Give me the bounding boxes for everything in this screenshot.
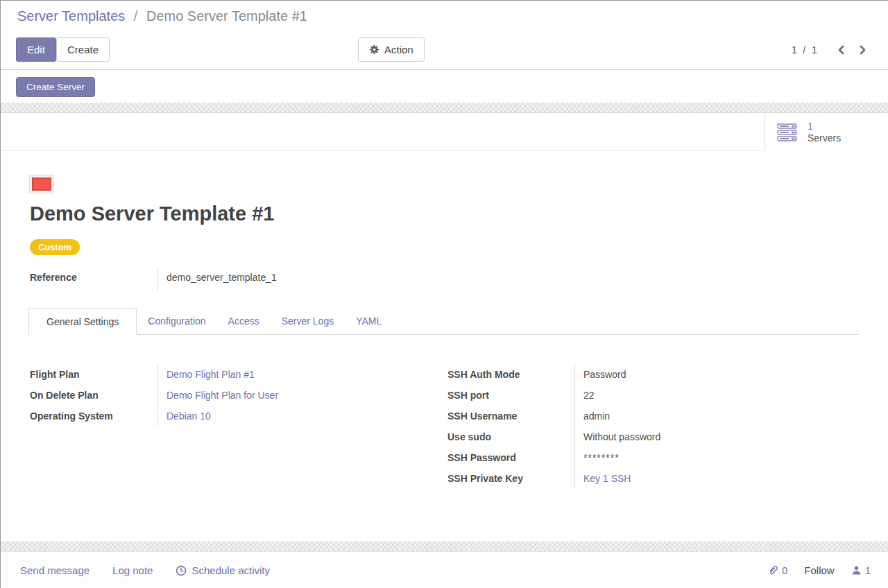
stat-button-bar: 1 Servers [1,114,888,150]
form-sheet: 1 Servers Demo Server Template #1 Custom… [1,114,888,542]
operating-system-link[interactable]: Debian 10 [166,410,211,422]
field-label: SSH Password [447,447,574,468]
chatter-meta: 0 Follow 1 [768,564,871,576]
create-server-button[interactable]: Create Server [16,77,95,97]
followers-button[interactable]: 1 [851,564,871,576]
control-panel: Server Templates / Demo Server Template … [1,1,888,70]
action-button-label: Action [384,44,413,55]
pager-value: 1 / 1 [792,44,819,55]
field-ssh-auth-mode: SSH Auth Mode Password [447,364,861,385]
ssh-password-value: ******** [574,447,861,468]
field-ssh-private-key: SSH Private Key Key 1 SSH [447,468,861,489]
custom-badge: Custom [30,239,80,255]
ssh-private-key-link[interactable]: Key 1 SSH [583,473,631,484]
ssh-username-value: admin [574,406,861,426]
stat-button-text: 1 Servers [808,121,841,144]
tab-yaml[interactable]: YAML [345,308,393,334]
attachments-button[interactable]: 0 [768,564,787,576]
field-ssh-port: SSH port 22 [447,385,861,406]
server-template-form-page: Server Templates / Demo Server Template … [0,0,888,588]
chatter-bar: Send message Log note Schedule activity [1,553,888,588]
field-label: SSH port [447,385,574,406]
field-label: SSH Auth Mode [447,364,574,385]
field-use-sudo: Use sudo Without password [447,426,861,447]
gear-icon [369,44,379,55]
field-group-right: SSH Auth Mode Password SSH port 22 SSH U… [447,364,861,489]
field-ssh-username: SSH Username admin [447,406,861,426]
person-icon [851,565,862,576]
reference-field: Reference demo_server_template_1 [30,268,310,291]
send-message-button[interactable]: Send message [20,564,89,576]
server-stack-icon [777,123,799,141]
field-label: SSH Username [447,406,574,426]
background-band-top [1,103,888,113]
field-label: Use sudo [447,426,574,447]
tab-access[interactable]: Access [217,308,271,334]
template-image-thumbnail[interactable] [30,175,53,193]
clock-icon [176,565,187,576]
schedule-activity-label: Schedule activity [191,564,270,576]
tab-general-settings[interactable]: General Settings [28,308,137,335]
field-label: On Delete Plan [30,385,157,406]
background-band-bottom [1,542,888,552]
servers-stat-button[interactable]: 1 Servers [765,114,888,150]
field-group-left: Flight Plan Demo Flight Plan #1 On Delet… [30,364,418,426]
use-sudo-value: Without password [574,426,861,447]
follow-button[interactable]: Follow [804,564,834,576]
servers-label: Servers [808,132,841,144]
field-on-delete-plan: On Delete Plan Demo Flight Plan for User [30,385,418,406]
edit-button[interactable]: Edit [16,37,56,62]
schedule-activity-button[interactable]: Schedule activity [176,564,270,576]
field-label: SSH Private Key [447,468,574,489]
reference-value: demo_server_template_1 [157,268,310,291]
field-ssh-password: SSH Password ******** [447,447,861,468]
pager: 1 / 1 [792,37,873,62]
flight-plan-link[interactable]: Demo Flight Plan #1 [166,369,255,380]
reference-label: Reference [30,268,157,291]
pager-previous-button[interactable] [831,42,852,58]
field-label: Flight Plan [30,364,157,385]
breadcrumb-parent-link[interactable]: Server Templates [17,8,125,24]
create-button[interactable]: Create [56,37,110,62]
action-button[interactable]: Action [358,37,425,62]
attachments-count: 0 [782,564,787,576]
field-operating-system: Operating System Debian 10 [30,406,418,426]
breadcrumb: Server Templates / Demo Server Template … [17,8,307,24]
pager-next-button[interactable] [852,42,873,58]
followers-count: 1 [865,564,871,576]
chevron-left-icon [837,44,846,55]
paperclip-icon [768,564,778,576]
ssh-auth-mode-value: Password [574,364,861,385]
tab-server-logs[interactable]: Server Logs [271,308,345,334]
header-action-row: Create Server [1,71,888,103]
tab-configuration[interactable]: Configuration [137,308,216,334]
servers-count: 1 [808,121,841,132]
ssh-port-value: 22 [574,385,861,406]
chevron-right-icon [857,44,867,55]
field-label: Operating System [30,406,157,426]
breadcrumb-divider: / [134,8,138,24]
on-delete-plan-link[interactable]: Demo Flight Plan for User [166,390,278,401]
notebook-tabs: General Settings Configuration Access Se… [28,308,859,335]
field-flight-plan: Flight Plan Demo Flight Plan #1 [30,364,418,385]
page-title: Demo Server Template #1 [30,202,274,225]
breadcrumb-current: Demo Server Template #1 [146,8,307,24]
log-note-button[interactable]: Log note [112,564,153,576]
chatter-actions: Send message Log note Schedule activity [20,564,270,576]
